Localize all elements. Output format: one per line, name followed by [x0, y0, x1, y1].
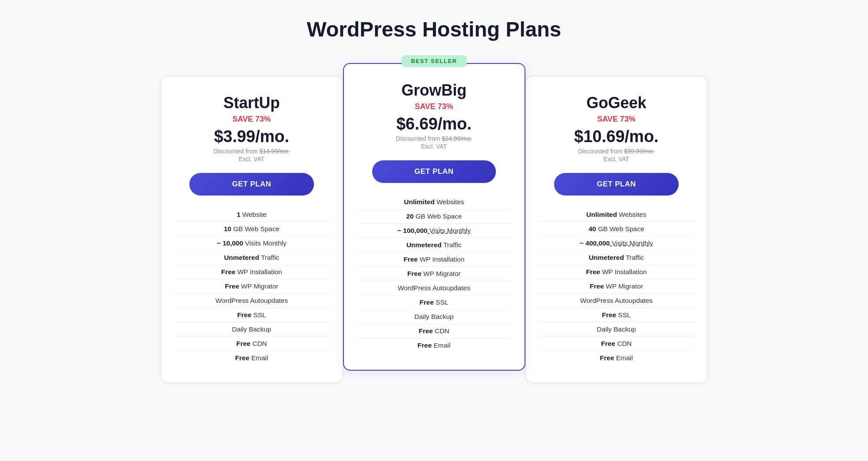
feature-item: Free WP Migrator: [539, 279, 694, 294]
plan-card-gogeek: GoGeekSAVE 73%$10.69/mo.Discounted from …: [525, 76, 708, 383]
feature-item: 20 GB Web Space: [357, 209, 512, 224]
feature-item: ~ 400,000 Visits Monthly: [539, 236, 694, 251]
feature-item: WordPress Autoupdates: [357, 281, 512, 295]
feature-item: Daily Backup: [539, 322, 694, 337]
feature-item: Unmetered Traffic: [174, 251, 330, 265]
features-list-gogeek: Unlimited Websites40 GB Web Space~ 400,0…: [539, 208, 694, 365]
feature-item: Free Email: [357, 338, 512, 352]
feature-item: Free WP Migrator: [174, 279, 330, 294]
feature-item: Unlimited Websites: [357, 195, 512, 209]
excl-vat-gogeek: Excl. VAT: [539, 156, 694, 163]
get-plan-button-growbig[interactable]: GET PLAN: [372, 160, 496, 183]
plans-container: StartUpSAVE 73%$3.99/mo.Discounted from …: [130, 63, 738, 383]
feature-item: Free WP Migrator: [357, 267, 512, 281]
feature-item: ~ 100,000 Visits Monthly: [357, 224, 512, 238]
discounted-from-startup: Discounted from $14.99/mo.: [174, 148, 330, 155]
get-plan-button-startup[interactable]: GET PLAN: [189, 173, 314, 196]
feature-item: Free CDN: [539, 337, 694, 351]
feature-item: Free WP Installation: [357, 252, 512, 267]
features-list-growbig: Unlimited Websites20 GB Web Space~ 100,0…: [357, 195, 512, 352]
price-gogeek: $10.69/mo.: [539, 127, 694, 146]
discounted-from-gogeek: Discounted from $39.99/mo.: [539, 148, 694, 155]
feature-item: Free SSL: [174, 308, 330, 322]
discounted-from-growbig: Discounted from $24.99/mo.: [357, 135, 512, 142]
excl-vat-startup: Excl. VAT: [174, 156, 330, 163]
plan-name-startup: StartUp: [174, 94, 330, 112]
feature-item: Free CDN: [357, 324, 512, 338]
feature-item: Free SSL: [357, 295, 512, 310]
plan-name-gogeek: GoGeek: [539, 94, 694, 112]
excl-vat-growbig: Excl. VAT: [357, 143, 512, 150]
feature-item: Free Email: [539, 351, 694, 365]
price-growbig: $6.69/mo.: [357, 115, 512, 133]
plan-card-growbig: BEST SELLERGrowBigSAVE 73%$6.69/mo.Disco…: [343, 63, 525, 371]
save-label-growbig: SAVE 73%: [357, 102, 512, 111]
feature-item: Unmetered Traffic: [357, 238, 512, 252]
feature-item: 40 GB Web Space: [539, 222, 694, 236]
feature-item: Free SSL: [539, 308, 694, 322]
feature-item: Unmetered Traffic: [539, 251, 694, 265]
feature-item: Unlimited Websites: [539, 208, 694, 222]
feature-item: WordPress Autoupdates: [539, 294, 694, 308]
get-plan-button-gogeek[interactable]: GET PLAN: [554, 173, 678, 196]
feature-item: Free WP Installation: [174, 265, 330, 279]
plan-card-startup: StartUpSAVE 73%$3.99/mo.Discounted from …: [161, 76, 343, 383]
feature-item: 10 GB Web Space: [174, 222, 330, 236]
save-label-startup: SAVE 73%: [174, 115, 330, 124]
feature-item: Daily Backup: [174, 322, 330, 337]
price-startup: $3.99/mo.: [174, 127, 330, 146]
best-seller-badge: BEST SELLER: [401, 55, 466, 67]
feature-item: Free Email: [174, 351, 330, 365]
save-label-gogeek: SAVE 73%: [539, 115, 694, 124]
feature-item: ~ 10,000 Visits Monthly: [174, 236, 330, 251]
plan-name-growbig: GrowBig: [357, 81, 512, 99]
feature-item: Free WP Installation: [539, 265, 694, 279]
feature-item: 1 Website: [174, 208, 330, 222]
page-title: WordPress Hosting Plans: [307, 17, 561, 41]
feature-item: WordPress Autoupdates: [174, 294, 330, 308]
features-list-startup: 1 Website10 GB Web Space~ 10,000 Visits …: [174, 208, 330, 365]
feature-item: Free CDN: [174, 337, 330, 351]
feature-item: Daily Backup: [357, 310, 512, 324]
